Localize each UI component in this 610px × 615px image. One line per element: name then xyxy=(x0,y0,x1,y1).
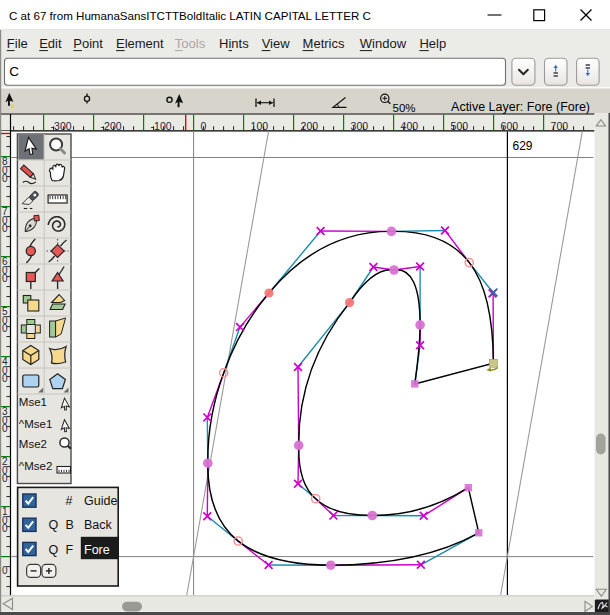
svg-text:#: # xyxy=(66,494,73,508)
svg-text:Element: Element xyxy=(116,36,164,51)
svg-text:Edit: Edit xyxy=(39,36,62,51)
svg-text:0: 0 xyxy=(2,323,8,334)
svg-text:0: 0 xyxy=(2,373,8,384)
svg-text:Tools: Tools xyxy=(175,36,206,51)
svg-text:Q: Q xyxy=(49,543,59,557)
svg-text:50%: 50% xyxy=(393,102,416,114)
svg-text:F: F xyxy=(66,543,74,557)
svg-text:-300: -300 xyxy=(51,120,72,132)
svg-text:0: 0 xyxy=(201,120,207,132)
svg-text:Q: Q xyxy=(49,518,59,532)
svg-text:500: 500 xyxy=(451,120,469,132)
svg-text:-100: -100 xyxy=(151,120,172,132)
svg-text:0: 0 xyxy=(2,223,8,234)
svg-text:File: File xyxy=(7,36,28,51)
svg-text:400: 400 xyxy=(401,120,419,132)
svg-text:700: 700 xyxy=(551,120,569,132)
svg-text:Window: Window xyxy=(360,36,407,51)
svg-text:Help: Help xyxy=(419,36,446,51)
svg-text:^Mse2: ^Mse2 xyxy=(19,460,53,472)
svg-text:200: 200 xyxy=(301,120,319,132)
svg-text:0: 0 xyxy=(2,273,8,284)
svg-text:600: 600 xyxy=(501,120,519,132)
svg-text:Fore: Fore xyxy=(84,543,110,557)
svg-text:-200: -200 xyxy=(101,120,122,132)
svg-text:300: 300 xyxy=(351,120,369,132)
svg-text:View: View xyxy=(262,36,291,51)
svg-text:Hints: Hints xyxy=(219,36,249,51)
svg-text:100: 100 xyxy=(251,120,269,132)
svg-text:0: 0 xyxy=(2,565,8,576)
svg-text:Mse2: Mse2 xyxy=(19,438,47,450)
svg-text:^Mse1: ^Mse1 xyxy=(19,418,53,430)
svg-text:B: B xyxy=(66,518,74,532)
svg-text:0: 0 xyxy=(2,423,8,434)
svg-text:Point: Point xyxy=(73,36,103,51)
svg-text:629: 629 xyxy=(513,139,533,153)
svg-text:Guide: Guide xyxy=(84,494,117,508)
svg-text:0: 0 xyxy=(2,473,8,484)
svg-text:C at 67 from HumanaSansITCTTBo: C at 67 from HumanaSansITCTTBoldItalic L… xyxy=(9,9,371,22)
svg-text:Back: Back xyxy=(84,518,113,532)
svg-text:0: 0 xyxy=(2,523,8,534)
svg-text:Metrics: Metrics xyxy=(303,36,345,51)
svg-text:Active Layer: Fore (Fore): Active Layer: Fore (Fore) xyxy=(451,100,590,114)
svg-text:C: C xyxy=(9,64,19,79)
svg-text:Mse1: Mse1 xyxy=(19,396,47,408)
svg-text:0: 0 xyxy=(2,173,8,184)
